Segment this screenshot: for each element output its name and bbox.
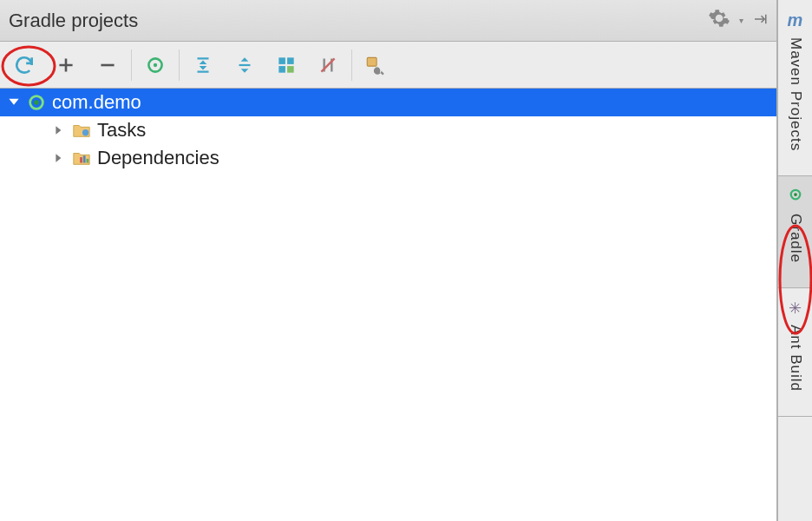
tab-gradle[interactable]: Gradle — [778, 176, 812, 288]
tasks-folder-icon — [71, 120, 92, 141]
svg-rect-10 — [80, 157, 82, 162]
group-button[interactable] — [265, 42, 307, 88]
sidebar-tab-label: Gradle — [787, 214, 804, 263]
svg-rect-2 — [278, 57, 285, 64]
deps-folder-icon — [71, 148, 92, 168]
svg-point-9 — [82, 129, 88, 135]
panel-title: Gradle projects — [9, 10, 138, 32]
toolbar — [0, 42, 776, 89]
svg-point-1 — [154, 63, 157, 66]
collapse-all-button[interactable] — [224, 42, 265, 88]
tree-row-label: Dependencies — [97, 147, 219, 169]
tree-root-row[interactable]: com.demo — [0, 89, 776, 116]
svg-rect-5 — [287, 66, 294, 73]
add-button[interactable] — [45, 42, 87, 88]
execute-button[interactable] — [134, 42, 176, 88]
tree-area[interactable]: com.demo Tasks — [0, 89, 776, 521]
svg-rect-4 — [278, 66, 285, 73]
tab-maven-projects[interactable]: m Maven Projects — [778, 0, 812, 176]
svg-rect-12 — [87, 159, 89, 163]
chevron-down-icon[interactable] — [7, 96, 21, 109]
tab-ant-build[interactable]: ✳ Ant Build — [778, 288, 812, 417]
svg-rect-6 — [367, 57, 377, 66]
chevron-right-icon[interactable] — [52, 125, 66, 135]
tree-row-label: Tasks — [97, 119, 146, 142]
svg-rect-11 — [83, 155, 86, 162]
svg-point-8 — [34, 100, 39, 105]
chevron-right-icon[interactable] — [52, 153, 66, 163]
ant-icon: ✳ — [789, 299, 802, 318]
remove-button[interactable] — [87, 42, 128, 88]
refresh-button[interactable] — [3, 42, 45, 88]
tree-row[interactable]: Tasks — [0, 116, 776, 144]
panel-header: Gradle projects ▾ — [0, 0, 776, 42]
tree-row[interactable]: Dependencies — [0, 144, 776, 172]
settings-wrench-button[interactable] — [355, 42, 396, 88]
sidebar-tab-label: Maven Projects — [787, 37, 804, 151]
right-sidebar-tabs: m Maven Projects Gradle ✳ Ant Build — [777, 0, 812, 521]
gradle-module-icon — [26, 92, 47, 113]
maven-icon: m — [788, 10, 803, 30]
expand-all-button[interactable] — [182, 42, 224, 88]
svg-point-14 — [794, 193, 797, 196]
hide-icon[interactable] — [752, 10, 768, 32]
gear-icon[interactable] — [708, 7, 730, 35]
svg-rect-3 — [287, 57, 294, 64]
tree-root-label: com.demo — [52, 91, 141, 114]
toggle-offline-button[interactable] — [307, 42, 349, 88]
sidebar-tab-label: Ant Build — [787, 325, 804, 392]
gear-dropdown-icon[interactable]: ▾ — [739, 16, 743, 25]
gradle-icon — [788, 187, 803, 207]
